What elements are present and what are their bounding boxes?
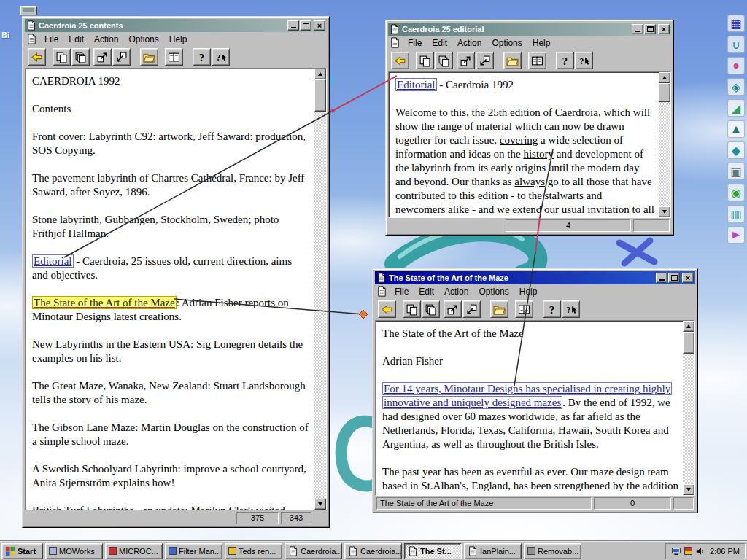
close-button[interactable]: ×: [658, 24, 670, 34]
app-shortcut-icon[interactable]: ◈: [727, 78, 745, 96]
title-bar[interactable]: The State of the Art of the Maze ×: [375, 271, 695, 284]
context-help-button[interactable]: [562, 300, 580, 318]
link-return-button[interactable]: [112, 48, 131, 66]
vertical-scrollbar[interactable]: [683, 321, 694, 495]
help-button[interactable]: [543, 300, 561, 318]
hyperlink[interactable]: The State of the Art of the Maze: [382, 327, 524, 339]
pages-button[interactable]: [422, 300, 440, 318]
vertical-scrollbar[interactable]: [314, 69, 326, 510]
menu-file[interactable]: File: [403, 36, 427, 50]
menu-action[interactable]: Action: [452, 36, 487, 50]
help-button[interactable]: [193, 48, 211, 66]
scrollbar-thumb[interactable]: [659, 83, 670, 102]
document-icon[interactable]: [376, 286, 387, 297]
copy-button[interactable]: [515, 300, 533, 318]
scrollbar-thumb[interactable]: [314, 79, 326, 112]
title-bar[interactable]: Caerdroia 25 contents ×: [25, 19, 327, 32]
title-bar[interactable]: Caerdroia 25 editorial ×: [388, 23, 671, 36]
duplicate-page-button[interactable]: [416, 52, 434, 69]
close-button[interactable]: ×: [314, 20, 325, 31]
taskbar-clock[interactable]: 2:06 PM: [710, 547, 740, 556]
back-button[interactable]: [28, 48, 46, 66]
menu-options[interactable]: Options: [123, 33, 163, 46]
menu-file[interactable]: File: [39, 33, 63, 46]
task-button-moworks[interactable]: MOWorks: [45, 543, 103, 559]
minimize-button[interactable]: [632, 24, 643, 34]
maximize-button[interactable]: [644, 24, 656, 34]
scroll-down-button[interactable]: [683, 484, 694, 495]
app-shortcut-icon[interactable]: ▦: [727, 15, 745, 32]
scroll-up-button[interactable]: [314, 69, 326, 79]
menu-options[interactable]: Options: [473, 285, 514, 298]
copy-button[interactable]: [165, 48, 183, 66]
volume-icon[interactable]: [695, 546, 705, 556]
pages-button[interactable]: [435, 52, 453, 69]
task-button-filter-manager[interactable]: Filter Man...: [165, 543, 222, 559]
hyperlink[interactable]: covering: [500, 134, 538, 146]
task-button-microc[interactable]: MICROC...: [105, 543, 163, 559]
close-button[interactable]: ×: [682, 273, 694, 283]
menu-file[interactable]: File: [390, 285, 414, 298]
menu-action[interactable]: Action: [89, 33, 123, 46]
link-return-button[interactable]: [476, 52, 494, 69]
task-button-teds[interactable]: Teds ren...: [225, 543, 282, 559]
app-shortcut-icon[interactable]: ◆: [727, 141, 745, 159]
menu-edit[interactable]: Edit: [427, 36, 452, 50]
app-shortcut-icon[interactable]: ▥: [727, 205, 745, 222]
help-button[interactable]: [556, 52, 574, 69]
vertical-scrollbar[interactable]: [659, 72, 670, 217]
task-button-caerdroia-1[interactable]: Caerdroia...: [285, 543, 342, 559]
context-help-button[interactable]: [212, 48, 230, 66]
scroll-down-button[interactable]: [314, 499, 326, 510]
back-button[interactable]: [391, 52, 409, 69]
link-jump-button[interactable]: [457, 52, 475, 69]
scroll-down-button[interactable]: [659, 206, 670, 217]
start-button[interactable]: Start: [1, 543, 43, 559]
back-button[interactable]: [378, 300, 396, 318]
scroll-up-button[interactable]: [683, 321, 694, 332]
display-icon[interactable]: [671, 546, 681, 556]
hyperlink[interactable]: always: [514, 176, 545, 187]
maximize-button[interactable]: [668, 273, 680, 283]
hyperlink[interactable]: history: [523, 148, 554, 160]
link-return-button[interactable]: [462, 300, 481, 318]
app-shortcut-icon[interactable]: ◉: [727, 184, 745, 201]
minimize-button[interactable]: [287, 20, 299, 31]
menu-edit[interactable]: Edit: [414, 285, 439, 298]
menu-action[interactable]: Action: [439, 285, 473, 298]
scroll-up-button[interactable]: [659, 72, 670, 83]
app-shortcut-icon[interactable]: ►: [727, 226, 745, 244]
app-shortcut-icon[interactable]: ◢: [727, 99, 745, 117]
pages-button[interactable]: [71, 48, 90, 66]
maximize-button[interactable]: [300, 20, 311, 31]
status-icon[interactable]: [684, 547, 692, 555]
document-icon[interactable]: [26, 34, 37, 44]
hyperlink[interactable]: Editorial: [395, 78, 437, 91]
menu-help[interactable]: Help: [527, 36, 556, 50]
menu-options[interactable]: Options: [487, 36, 527, 50]
task-button-ianplain[interactable]: IanPlain...: [464, 543, 522, 559]
menu-help[interactable]: Help: [514, 285, 543, 298]
task-button-caerdroia-2[interactable]: Caerdroia...: [344, 543, 402, 559]
document-icon[interactable]: [390, 37, 400, 48]
app-shortcut-icon[interactable]: ●: [727, 57, 745, 74]
app-shortcut-icon[interactable]: ▣: [727, 163, 745, 180]
open-folder-button[interactable]: [140, 48, 158, 66]
duplicate-page-button[interactable]: [403, 300, 421, 318]
hyperlink[interactable]: British Turf Labyrinths - an update: [32, 505, 185, 510]
context-help-button[interactable]: [575, 52, 593, 69]
copy-button[interactable]: [528, 52, 546, 69]
open-folder-button[interactable]: [503, 52, 522, 69]
app-shortcut-icon[interactable]: ∪: [727, 36, 745, 53]
scrollbar-thumb[interactable]: [683, 332, 694, 354]
hyperlink[interactable]: Editorial: [32, 254, 74, 268]
hyperlink[interactable]: The State of the Art of the Maze: [32, 296, 177, 309]
menu-edit[interactable]: Edit: [63, 33, 89, 46]
duplicate-page-button[interactable]: [53, 48, 71, 66]
task-button-the-state[interactable]: The St...: [404, 543, 462, 559]
task-button-removable[interactable]: Removab...: [524, 543, 581, 559]
open-folder-button[interactable]: [490, 300, 508, 318]
menu-help[interactable]: Help: [164, 33, 193, 46]
app-shortcut-icon[interactable]: ▲: [727, 120, 745, 138]
link-jump-button[interactable]: [444, 300, 462, 318]
